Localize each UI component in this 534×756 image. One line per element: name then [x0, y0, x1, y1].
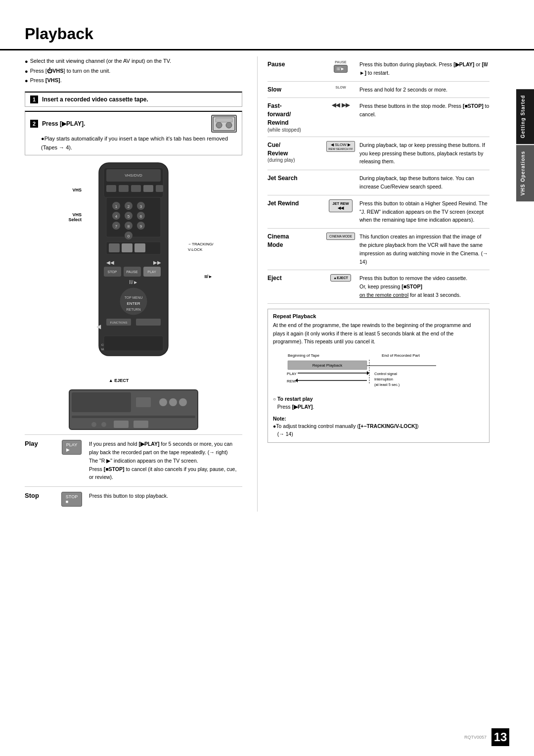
svg-text:PLAY: PLAY [287, 372, 297, 376]
cinema-mode-label-area: CinemaMode [267, 233, 322, 249]
svg-text:PAUSE: PAUSE [126, 270, 138, 274]
svg-text:◀◀: ◀◀ [106, 260, 114, 265]
svg-text:6: 6 [140, 214, 142, 219]
page: Getting Started VHS Operations Playback … [0, 0, 534, 756]
tracking-note: Note: ●To adjust tracking control manual… [273, 415, 484, 438]
feature-ff-rew: Fast-forward/Rewind (while stopped) ◀◀ ▶… [267, 98, 490, 137]
bullet-2: ● Press [⏻VHS] to turn on the unit. [25, 66, 242, 76]
stop-btn-icon: STOP■ [61, 492, 82, 507]
svg-rect-11 [143, 185, 153, 192]
play-desc: If you press and hold [▶PLAY] for 5 seco… [89, 440, 242, 481]
jet-search-desc: During playback, tap these buttons twice… [359, 174, 490, 191]
svg-text:ENTER: ENTER [127, 301, 140, 306]
svg-rect-53 [136, 319, 161, 326]
ff-rew-icon: ◀◀ ▶▶ [326, 102, 356, 108]
svg-point-62 [169, 398, 177, 406]
svg-rect-60 [136, 397, 151, 407]
svg-text:Beginning of Tape: Beginning of Tape [288, 353, 319, 358]
cinema-mode-icon: CINEMA MODE [326, 233, 356, 240]
feature-slow: Slow SLOW Press and hold for 2 seconds o… [267, 82, 490, 98]
slow-title: Slow [267, 86, 322, 94]
page-number: 13 [491, 728, 509, 746]
page-code: RQTV0057 [464, 735, 487, 740]
svg-text:(at least 5 sec.): (at least 5 sec.) [374, 382, 400, 387]
pause-label-area: Pause [267, 60, 322, 69]
repeat-playback-box: Repeat Playback At the end of the progra… [267, 309, 490, 443]
svg-point-66 [101, 422, 106, 427]
svg-rect-67 [114, 421, 129, 428]
step-1-title: Insert a recorded video cassette tape. [42, 96, 148, 103]
repeat-diagram: Beginning of Tape End of Recorded Part R… [283, 351, 484, 391]
svg-rect-64 [72, 416, 195, 418]
page-footer: RQTV0057 13 [464, 728, 509, 746]
remote-svg: VHS/DVD 1 2 3 4 5 [89, 160, 178, 358]
tracking-label: ←TRACKING/V-LOCK [188, 242, 213, 252]
eject-icon: ▲EJECT [326, 274, 356, 282]
vcr-area: ▲ EJECT [25, 378, 242, 434]
page-header: Playback [0, 15, 534, 50]
stop-feature-row: Stop STOP■ Press this button to stop pla… [25, 486, 242, 512]
left-column: ● Select the unit viewing channel (or th… [25, 56, 242, 512]
play-feature-row: Play PLAY▶ If you press and hold [▶PLAY]… [25, 434, 242, 486]
step-2-title: Press [▶PLAY]. [42, 120, 85, 127]
svg-text:FUNCTIONS: FUNCTIONS [110, 321, 128, 324]
svg-rect-57 [104, 336, 163, 351]
ff-rew-label-area: Fast-forward/Rewind (while stopped) [267, 102, 322, 132]
svg-text:1: 1 [115, 204, 118, 209]
svg-text:Interruption: Interruption [374, 377, 393, 381]
svg-text:VHS/DVD: VHS/DVD [125, 173, 142, 178]
bullet-text-3: Press [VHS]. [30, 76, 62, 85]
repeat-playback-desc: At the end of the programme, the tape re… [273, 321, 484, 346]
cue-review-title: Cue/Review [267, 141, 322, 158]
feature-cue-review: Cue/Review (during play) ◀ SLOW ▶ REW SE… [267, 137, 490, 170]
svg-rect-59 [72, 392, 131, 412]
repeat-playback-title: Repeat Playback [273, 313, 484, 319]
bullet-dot-3: ● [25, 76, 28, 86]
play-label: Play [25, 440, 54, 447]
remote-illustration: VHS VHSSelect VHS/DVD [54, 160, 213, 368]
cue-review-icon: ◀ SLOW ▶ REW SEARCH FF [326, 141, 356, 152]
svg-text:PLAY: PLAY [147, 270, 156, 274]
feature-cinema-mode: CinemaMode CINEMA MODE This function cre… [267, 229, 490, 270]
slow-label: II/► [205, 274, 213, 279]
svg-point-61 [159, 398, 167, 406]
svg-marker-75 [367, 371, 369, 375]
jet-rewind-icon: JET REW◀◀ [326, 199, 356, 212]
svg-text:5: 5 [128, 214, 130, 219]
feature-jet-search: Jet Search During playback, tap these bu… [267, 170, 490, 195]
svg-text:7: 7 [115, 224, 118, 229]
bullet-3: ● Press [VHS]. [25, 76, 242, 86]
bullet-1: ● Select the unit viewing channel (or th… [25, 56, 242, 66]
pause-icon: PAUSE II/► [326, 60, 356, 73]
svg-point-63 [179, 398, 187, 406]
play-icon-area: PLAY▶ [59, 440, 84, 455]
footer-notes: ○ To restart play Press [▶PLAY]. Note: ●… [273, 395, 484, 438]
cinema-mode-title: CinemaMode [267, 233, 322, 249]
intro-bullets: ● Select the unit viewing channel (or th… [25, 56, 242, 86]
svg-text:▶▶: ▶▶ [153, 260, 161, 265]
slow-icon: SLOW [326, 86, 356, 89]
svg-text:9: 9 [140, 224, 142, 229]
right-column: Pause PAUSE II/► Press this button durin… [257, 56, 490, 512]
svg-text:End of Recorded Part: End of Recorded Part [382, 353, 420, 358]
jet-rewind-title: Jet Rewind [267, 199, 322, 208]
svg-point-2 [226, 122, 232, 128]
step-1-box: 1 Insert a recorded video cassette tape. [25, 92, 242, 107]
svg-rect-68 [134, 421, 148, 428]
step-1-number: 1 [30, 95, 38, 103]
stop-icon-area: STOP■ [59, 492, 84, 507]
svg-rect-36 [122, 243, 133, 252]
svg-point-1 [216, 122, 222, 128]
svg-rect-10 [131, 185, 141, 192]
cue-review-sub: (during play) [267, 157, 322, 163]
main-content: ● Select the unit viewing channel (or th… [0, 56, 514, 512]
svg-rect-35 [109, 243, 120, 252]
jet-rewind-label-area: Jet Rewind [267, 199, 322, 208]
page-title: Playback [25, 25, 509, 43]
feature-pause: Pause PAUSE II/► Press this button durin… [267, 56, 490, 82]
jet-search-title: Jet Search [267, 174, 322, 183]
svg-text:2: 2 [128, 204, 130, 209]
jet-rewind-desc: Press this button to obtain a Higher Spe… [359, 199, 490, 224]
eject-desc: Press this button to remove the video ca… [359, 274, 490, 299]
svg-text:0: 0 [128, 234, 130, 238]
